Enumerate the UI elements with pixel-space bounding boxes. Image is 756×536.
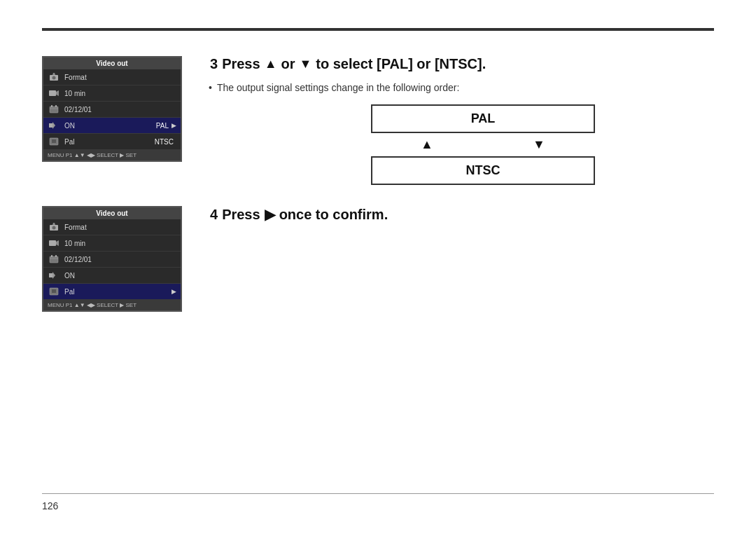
svg-marker-10 [52,122,55,129]
screen2-row-0: Format [43,219,181,235]
step3-or: or [281,56,295,72]
svg-rect-7 [55,105,57,107]
step4-heading: 4 Press ▶ once to confirm. [210,206,388,223]
svg-rect-12 [52,139,56,143]
svg-rect-6 [51,105,52,107]
svg-rect-19 [51,255,52,257]
svg-rect-18 [50,256,58,263]
screen1-label-3: ON [64,122,156,130]
step4-press: Press [222,207,260,223]
screen1-row-2: 02/12/01 [43,102,181,118]
step3-instructions: 3 Press ▲ or ▼ to select [PAL] or [NTSC]… [210,56,714,185]
pal-box: PAL [371,104,595,133]
svg-rect-25 [52,289,56,293]
screen2-row-2: 02/12/01 [43,252,181,268]
screen2-label-0: Format [64,224,176,231]
screen1-row-1: 10 min [43,85,181,102]
content-area: Video out Format 10 min 02/12/01 [42,42,714,480]
screen2-row-3: ON [43,268,181,284]
svg-point-15 [52,226,56,230]
screen1-row-0: Format [43,69,181,85]
screen1-icon-4 [48,136,60,147]
pal-ntsc-diagram: PAL ▲ ▼ NTSC [252,104,714,185]
screen2-arrow-4: ▶ [172,288,176,295]
screen2-footer-text: MENU P1 ▲▼ ◀▶ SELECT ▶ SET [48,302,136,308]
svg-marker-14 [52,223,55,225]
screen2-header: Video out [43,207,181,219]
step4-section: Video out Format 10 min 02/12/01 [42,206,714,312]
screen2-footer: MENU P1 ▲▼ ◀▶ SELECT ▶ SET [43,300,181,310]
screen2-row-1: 10 min [43,235,181,252]
screen1-row-3: ON PAL ▶ [43,118,181,134]
step3-down-arrow: ▼ [299,57,312,71]
screen2-icon-3 [48,270,60,281]
svg-rect-5 [50,106,58,113]
svg-marker-22 [49,273,52,277]
step3-section: Video out Format 10 min 02/12/01 [42,56,714,185]
screen2-icon-4 [48,286,60,297]
svg-rect-20 [55,255,57,257]
screen2-label-3: ON [64,272,176,280]
screen2-row-4: Pal ▶ [43,284,181,300]
screen1-label-2: 02/12/01 [64,106,176,114]
screen1-icon-0 [48,71,60,83]
step3-suffix: to select [PAL] or [NTSC]. [316,56,486,72]
svg-marker-17 [56,240,59,246]
screen1-icon-1 [48,88,60,99]
screen1-value-4: NTSC [155,138,174,146]
svg-marker-23 [52,272,55,279]
screen2-icon-0 [48,221,60,233]
step3-bullet: The output signal settings change in the… [210,82,714,93]
screen1-label-4: Pal [64,138,155,146]
screen1-footer: MENU P1 ▲▼ ◀▶ SELECT ▶ SET [43,150,181,160]
bottom-border [42,493,714,494]
svg-marker-1 [52,73,55,75]
svg-rect-16 [49,240,56,246]
screen-mockup-1: Video out Format 10 min 02/12/01 [42,56,182,162]
top-border [42,28,714,31]
screen1-value-3: PAL [156,122,169,130]
step4-number: 4 [210,207,218,223]
step3-press: Press [222,56,260,72]
screen-mockup-2: Video out Format 10 min 02/12/01 [42,206,182,312]
step3-heading: 3 Press ▲ or ▼ to select [PAL] or [NTSC]… [210,56,714,72]
screen1-arrow-3: ▶ [172,122,176,129]
screen1-label-1: 10 min [64,90,176,97]
svg-marker-4 [56,90,59,96]
screen1-header: Video out [43,57,181,69]
screen1-icon-3 [48,120,60,131]
page-number: 126 [42,500,58,511]
diag-down-arrow: ▼ [533,137,545,152]
screen2-label-2: 02/12/01 [64,256,176,263]
svg-point-2 [52,76,56,80]
screen1-label-0: Format [64,74,176,81]
screen1-footer-text: MENU P1 ▲▼ ◀▶ SELECT ▶ SET [48,152,136,158]
screen2-icon-2 [48,254,60,265]
diag-up-arrow: ▲ [421,137,433,152]
screen1-row-4: Pal NTSC [43,134,181,150]
step4-suffix: once to confirm. [279,207,388,223]
svg-rect-3 [49,90,56,96]
step3-up-arrow: ▲ [265,57,277,71]
diagram-arrows: ▲ ▼ [371,133,595,156]
ntsc-box: NTSC [371,156,595,185]
screen2-label-1: 10 min [64,240,176,247]
screen2-icon-1 [48,238,60,249]
screen2-label-4: Pal [64,288,172,296]
step3-number: 3 [210,56,218,72]
screen1-icon-2 [48,104,60,115]
step4-right-arrow: ▶ [265,206,275,223]
svg-marker-9 [49,123,52,128]
